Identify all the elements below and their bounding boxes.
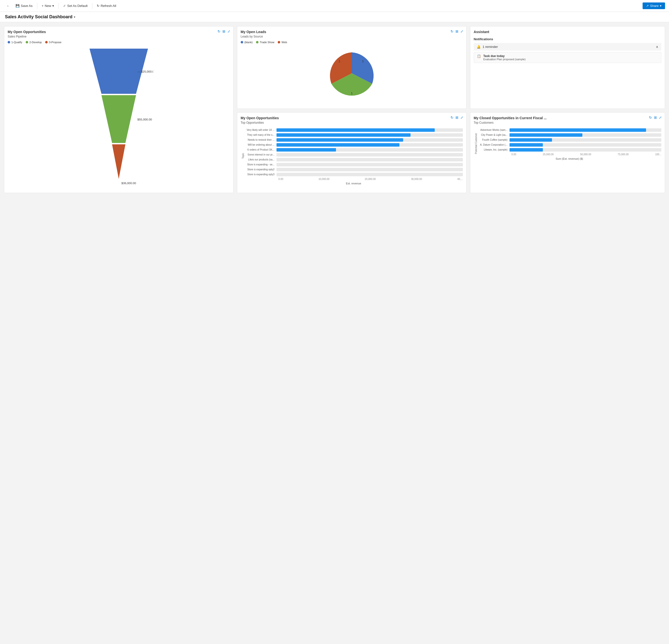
task-row: 📋 Task due today Evaluation Plan propose… (474, 52, 661, 63)
closed-bar-label-3: Fourth Coffee (sample) (478, 139, 510, 141)
legend-tradeshow: Trade Show (256, 41, 274, 44)
open-leads-legend: (blank) Trade Show Web (241, 41, 463, 44)
funnel-label-qualify: — $25,000.00 (137, 70, 153, 73)
bar-track-7 (276, 158, 463, 161)
task-due-label: Task due today (483, 54, 526, 58)
opp-bar-chart: Very likely will order 18 ... They sell … (244, 127, 463, 185)
leads-table-icon[interactable]: ⊞ (455, 29, 458, 33)
share-button[interactable]: ↗ Share ▾ (643, 2, 665, 9)
back-button[interactable]: ← (4, 3, 12, 9)
opp-x-axis-label: Est. revenue (244, 182, 463, 185)
open-opp-icons: ↻ ⊞ ⤢ (217, 29, 230, 33)
closed-bar-fill-3 (510, 138, 552, 142)
closed-bar-row-1: Adventure Works (sam... (478, 128, 661, 132)
closed-bar-fill-4 (510, 143, 543, 147)
new-button[interactable]: + New ▾ (39, 3, 57, 9)
bell-icon: 🔔 (477, 45, 481, 48)
bar-track-2 (276, 133, 463, 137)
opp-expand-icon[interactable]: ⤢ (227, 29, 230, 33)
bar-fill-4 (276, 143, 399, 147)
opp-bar-table-icon[interactable]: ⊞ (455, 115, 458, 119)
closed-bar-fill-5 (510, 148, 543, 152)
bar-track-1 (276, 128, 463, 132)
x-tick-2: 20,000.00 (365, 178, 376, 181)
x-tick-1: 10,000.00 (318, 178, 330, 181)
opp-x-axis: 0.00 10,000.00 20,000.00 30,000.00 40,..… (244, 178, 463, 181)
bar-label-4: Will be ordering about ... (244, 143, 276, 146)
closed-bar-track-1 (510, 128, 661, 132)
funnel-propose-segment (112, 144, 125, 179)
closed-opp-title: My Closed Opportunities in Current Fisca… (474, 116, 661, 120)
bar-row-10: Store is expanding opty3 (244, 173, 463, 176)
propose-dot (45, 41, 48, 43)
opp-refresh-icon[interactable]: ↻ (217, 29, 220, 33)
toolbar: ← 💾 Save As + New ▾ ✓ Set As Default ↻ R… (0, 0, 669, 12)
closed-x-axis-label: Sum (Est. revenue) ($) (478, 157, 661, 160)
leads-expand-icon[interactable]: ⤢ (460, 29, 464, 33)
open-opp-bar-card: My Open Opportunities Top Opportunities … (237, 112, 467, 193)
bar-label-9: Store is expanding opty2 (244, 168, 276, 171)
save-as-button[interactable]: 💾 Save As (13, 3, 35, 9)
open-opp-subtitle: Sales Pipeline (8, 35, 230, 38)
bar-row-5: 6 orders of Product SK... (244, 148, 463, 152)
task-name-label: Evaluation Plan proposed (sample) (483, 58, 526, 61)
title-chevron-icon: ▾ (74, 15, 75, 19)
closed-expand-icon[interactable]: ⤢ (659, 115, 662, 119)
closed-table-icon[interactable]: ⊞ (654, 115, 657, 119)
bar-label-7: Likes our products (sa... (244, 158, 276, 161)
qualify-label: 1-Qualify (11, 41, 22, 44)
set-default-button[interactable]: ✓ Set As Default (61, 3, 90, 9)
dashboard: My Open Opportunities Sales Pipeline ↻ ⊞… (0, 22, 669, 197)
closed-bar-track-2 (510, 133, 661, 137)
reminder-row[interactable]: 🔔 1 reminder ∧ (474, 43, 661, 51)
opp-y-axis-label: Topic (241, 127, 244, 185)
funnel-container: — $25,000.00 $55,000.00 $36,000.00 (8, 46, 230, 189)
legend-qualify: 1-Qualify (8, 41, 22, 44)
funnel-label-develop: $55,000.00 (137, 118, 152, 121)
open-leads-title: My Open Leads (241, 30, 463, 34)
reminder-label: 1 reminder (483, 45, 498, 48)
leads-refresh-icon[interactable]: ↻ (451, 29, 454, 33)
divider-1 (37, 3, 37, 9)
open-leads-icons: ↻ ⊞ ⤢ (451, 29, 464, 33)
closed-opp-icons: ↻ ⊞ ⤢ (649, 115, 662, 119)
bar-fill-5 (276, 148, 336, 152)
chevron-down-icon: ▾ (52, 4, 54, 8)
opp-bar-refresh-icon[interactable]: ↻ (451, 115, 454, 119)
bar-row-1: Very likely will order 18 ... (244, 128, 463, 132)
bar-track-10 (276, 173, 463, 176)
plus-icon: + (42, 4, 44, 8)
opp-table-icon[interactable]: ⊞ (223, 29, 225, 33)
assistant-title: Assistant (474, 30, 661, 34)
refresh-all-button[interactable]: ↻ Refresh All (94, 3, 119, 9)
closed-x-tick-1: 25,000.00 (543, 153, 554, 156)
closed-refresh-icon[interactable]: ↻ (649, 115, 652, 119)
bar-fill-2 (276, 133, 411, 137)
develop-label: 2-Develop (29, 41, 42, 44)
opp-bar-expand-icon[interactable]: ⤢ (460, 115, 464, 119)
legend-web: Web (278, 41, 287, 44)
open-leads-card: My Open Leads Leads by Source ↻ ⊞ ⤢ (bla… (237, 26, 467, 109)
back-icon: ← (6, 4, 10, 8)
closed-bar-track-3 (510, 138, 661, 142)
legend-blank: (blank) (241, 41, 253, 44)
blank-label: (blank) (244, 41, 253, 44)
bar-track-5 (276, 148, 463, 152)
closed-x-tick-0: 0.00 (512, 153, 516, 156)
task-icon: 📋 (477, 54, 481, 58)
bar-fill-1 (276, 128, 435, 132)
closed-opp-subtitle: Top Customers (474, 121, 661, 125)
tradeshow-label: Trade Show (260, 41, 274, 44)
closed-bars-container: Adventure Works (sam... City Power & Lig… (478, 127, 661, 152)
qualify-dot (8, 41, 10, 43)
closed-x-tick-2: 50,000.00 (580, 153, 591, 156)
closed-x-axis: 0.00 25,000.00 50,000.00 75,000.00 100..… (478, 153, 661, 156)
bar-row-2: They sell many of the s... (244, 133, 463, 137)
bar-row-9: Store is expanding opty2 (244, 168, 463, 171)
pie-label-tradeshow: 1 (339, 59, 340, 63)
bar-row-6: Some interest in our pr... (244, 153, 463, 157)
closed-bar-row-2: City Power & Light (sa... (478, 133, 661, 137)
funnel-label-propose: $36,000.00 (122, 182, 136, 185)
closed-x-tick-3: 75,000.00 (618, 153, 629, 156)
divider-2 (58, 3, 59, 9)
